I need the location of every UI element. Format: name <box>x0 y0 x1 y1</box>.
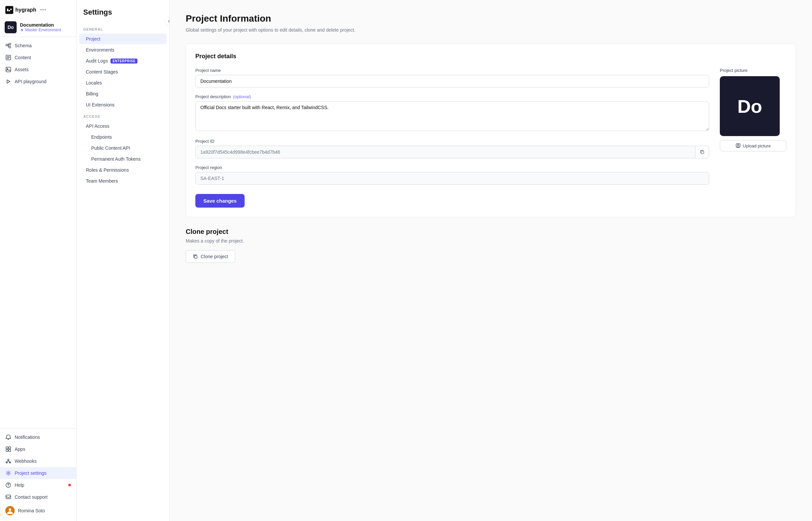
svg-rect-1 <box>6 44 8 46</box>
svg-rect-10 <box>6 450 8 451</box>
svg-rect-21 <box>701 151 704 154</box>
settings-nav-team-members[interactable]: Team Members <box>79 176 167 186</box>
settings-nav-billing[interactable]: Billing <box>79 89 167 99</box>
clone-project-section: Clone project Makes a copy of the projec… <box>186 228 796 263</box>
settings-nav-public-content-api[interactable]: Public Content API <box>79 143 167 153</box>
svg-rect-2 <box>9 43 10 45</box>
settings-nav-audit-logs[interactable]: Audit Logs ENTERPRISE <box>79 55 167 66</box>
hygraph-logo[interactable]: hygraph <box>5 6 36 14</box>
user-profile[interactable]: Romina Soto <box>0 503 76 518</box>
svg-rect-8 <box>6 447 8 449</box>
sidebar-item-content[interactable]: Content <box>0 51 76 64</box>
contact-support-icon <box>5 494 11 500</box>
settings-nav-content-stages[interactable]: Content Stages <box>79 67 167 77</box>
optional-label: (optional) <box>233 94 251 99</box>
svg-point-15 <box>8 472 9 474</box>
project-id-copy-group <box>195 146 709 158</box>
settings-panel: Settings GENERAL Project Environments Au… <box>76 0 170 521</box>
project-details-card: Project details Project name Project des… <box>186 43 796 217</box>
access-section-label: ACCESS <box>76 110 170 120</box>
enterprise-badge: ENTERPRISE <box>111 59 137 64</box>
sidebar-item-api-playground[interactable]: API playground <box>0 75 76 88</box>
project-name-label: Project name <box>195 68 709 73</box>
settings-nav-roles-permissions[interactable]: Roles & Permissions <box>79 165 167 175</box>
content-icon <box>5 54 11 61</box>
assets-icon <box>5 67 11 72</box>
upload-icon <box>736 143 741 149</box>
project-name-input[interactable] <box>195 75 709 88</box>
sidebar-item-schema[interactable]: Schema <box>0 40 76 51</box>
user-avatar <box>5 506 15 515</box>
sidebar-item-help[interactable]: Help <box>0 479 76 491</box>
project-details: Documentation Master Environment <box>20 22 61 32</box>
apps-icon <box>5 446 11 452</box>
sidebar-item-assets[interactable]: Assets <box>0 64 76 75</box>
hygraph-logo-icon <box>5 6 13 14</box>
project-name-field-group: Project name <box>195 68 709 88</box>
more-options-icon[interactable]: ••• <box>40 8 47 12</box>
upload-picture-button[interactable]: Upload picture <box>720 140 786 151</box>
project-description-label: Project description (optional) <box>195 94 709 99</box>
sidebar-item-project-settings[interactable]: Project settings <box>0 467 76 479</box>
main-nav: Schema Content Assets API playground <box>0 37 76 90</box>
help-icon <box>5 482 11 488</box>
clone-project-button[interactable]: Clone project <box>186 250 235 263</box>
svg-rect-11 <box>9 450 10 451</box>
schema-icon <box>5 43 11 49</box>
project-settings-icon <box>5 470 11 476</box>
clone-icon <box>193 254 198 259</box>
page-title: Project Information <box>186 13 796 24</box>
project-description-input[interactable]: Official Docs starter built with React, … <box>195 101 709 131</box>
copy-project-id-button[interactable] <box>696 146 709 158</box>
project-id-input <box>195 146 696 158</box>
logo-text: hygraph <box>15 7 36 13</box>
left-sidebar: hygraph ••• Do Documentation Master Envi… <box>0 0 76 521</box>
project-picture-box: Do <box>720 76 780 136</box>
clone-project-subtitle: Makes a copy of the project. <box>186 238 796 244</box>
help-notification-badge <box>68 484 71 486</box>
sidebar-item-contact-support[interactable]: Contact support <box>0 491 76 503</box>
webhooks-icon <box>5 458 11 464</box>
project-id-field-group: Project ID <box>195 139 709 158</box>
settings-nav-endpoints[interactable]: Endpoints <box>79 132 167 142</box>
api-playground-icon <box>5 78 11 85</box>
sidebar-item-apps[interactable]: Apps <box>0 443 76 455</box>
sidebar-item-notifications[interactable]: Notifications <box>0 431 76 443</box>
form-layout: Project name Project description (option… <box>195 68 786 208</box>
project-region-input <box>195 172 709 185</box>
settings-title: Settings <box>76 8 170 23</box>
project-picture-section: Project picture Do Upload picture <box>720 68 786 208</box>
project-region-field-group: Project region <box>195 165 709 185</box>
sidebar-item-webhooks[interactable]: Webhooks <box>0 455 76 467</box>
settings-nav-ui-extensions[interactable]: UI Extensions <box>79 99 167 110</box>
svg-rect-9 <box>9 447 10 449</box>
page-subtitle: Global settings of your project with opt… <box>186 27 796 32</box>
settings-nav-api-access[interactable]: API Access <box>79 121 167 131</box>
project-id-label: Project ID <box>195 139 709 144</box>
project-info[interactable]: Do Documentation Master Environment <box>0 18 76 37</box>
main-content: Project Information Global settings of y… <box>170 0 812 521</box>
settings-nav-project[interactable]: Project <box>79 33 167 44</box>
save-changes-button[interactable]: Save changes <box>195 194 245 208</box>
svg-rect-6 <box>6 67 10 72</box>
svg-point-5 <box>7 69 8 70</box>
svg-point-17 <box>8 486 9 487</box>
project-details-card-title: Project details <box>195 53 786 60</box>
settings-nav-environments[interactable]: Environments <box>79 45 167 55</box>
form-fields: Project name Project description (option… <box>195 68 709 208</box>
settings-nav-permanent-auth-tokens[interactable]: Permanent Auth Tokens <box>79 154 167 164</box>
env-icon <box>20 28 24 32</box>
clone-project-title: Clone project <box>186 228 796 235</box>
app-header: hygraph ••• <box>0 0 76 18</box>
settings-nav-locales[interactable]: Locales <box>79 77 167 88</box>
project-environment: Master Environment <box>20 28 61 32</box>
svg-rect-23 <box>194 255 197 258</box>
project-name: Documentation <box>20 22 61 28</box>
copy-icon <box>700 150 705 155</box>
general-section-label: GENERAL <box>76 23 170 33</box>
avatar: Do <box>5 21 17 33</box>
svg-point-20 <box>9 508 11 511</box>
svg-marker-7 <box>7 80 10 83</box>
project-description-field-group: Project description (optional) Official … <box>195 94 709 132</box>
project-picture-label: Project picture <box>720 68 786 73</box>
